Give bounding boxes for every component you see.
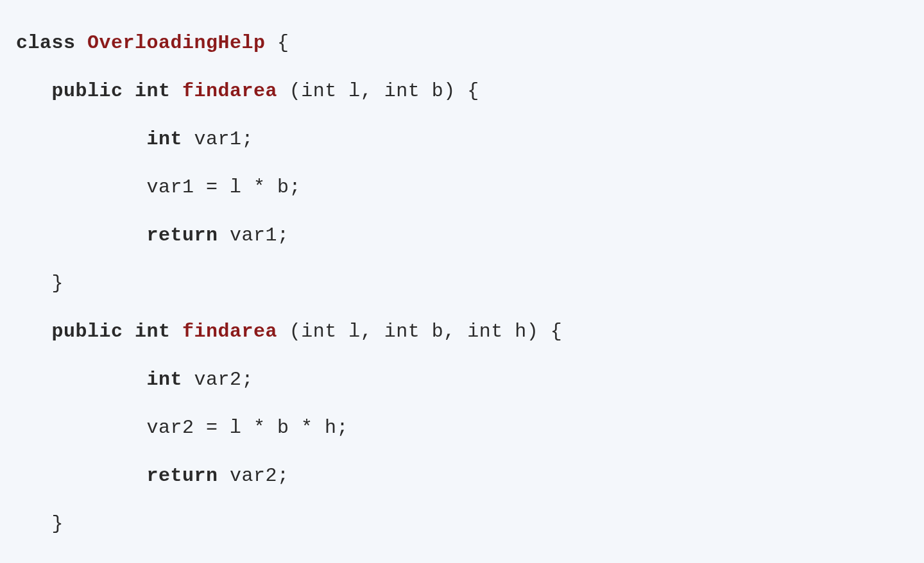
code-line-1: class OverloadingHelp {: [16, 19, 908, 67]
indent: [16, 465, 147, 487]
method-name: findarea: [182, 321, 277, 342]
indent: [16, 176, 147, 198]
space: [171, 321, 183, 342]
return-val: var2;: [218, 465, 289, 487]
indent: [16, 369, 147, 391]
code-line-7: public int findarea (int l, int b, int h…: [16, 308, 908, 356]
indent: [16, 224, 147, 246]
code-line-9: var2 = l * b * h;: [16, 404, 908, 452]
brace: }: [16, 273, 64, 294]
keyword-class: class: [16, 32, 76, 54]
keyword-int: int: [147, 128, 183, 150]
code-line-6: }: [16, 260, 908, 308]
space: [123, 321, 135, 342]
class-name: OverloadingHelp: [87, 32, 266, 54]
space: [76, 32, 88, 54]
indent: [16, 321, 52, 342]
code-line-5: return var1;: [16, 212, 908, 260]
params: (int l, int b) {: [277, 80, 479, 102]
method-name: findarea: [182, 80, 277, 102]
var-decl: var2;: [182, 369, 253, 391]
keyword-return: return: [147, 224, 218, 246]
params: (int l, int b, int h) {: [277, 321, 562, 342]
keyword-int: int: [147, 369, 183, 391]
code-line-12: }: [16, 548, 908, 563]
code-line-3: int var1;: [16, 115, 908, 164]
brace: }: [16, 513, 64, 535]
var-decl: var1;: [182, 128, 253, 150]
return-val: var1;: [218, 224, 289, 246]
code-line-11: }: [16, 500, 908, 548]
code-line-10: return var2;: [16, 452, 908, 500]
keyword-int: int: [135, 321, 171, 342]
code-line-4: var1 = l * b;: [16, 164, 908, 212]
keyword-int: int: [135, 80, 171, 102]
space: [171, 80, 183, 102]
keyword-public: public: [52, 80, 123, 102]
indent: [16, 80, 52, 102]
space: [123, 80, 135, 102]
code-line-8: int var2;: [16, 356, 908, 404]
code-line-2: public int findarea (int l, int b) {: [16, 67, 908, 115]
assignment: var2 = l * b * h;: [147, 417, 349, 439]
code-block: class OverloadingHelp { public int finda…: [16, 19, 908, 563]
assignment: var1 = l * b;: [147, 176, 302, 198]
keyword-public: public: [52, 321, 123, 342]
keyword-return: return: [147, 465, 218, 487]
indent: [16, 128, 147, 150]
brace: {: [266, 32, 289, 54]
indent: [16, 417, 147, 439]
